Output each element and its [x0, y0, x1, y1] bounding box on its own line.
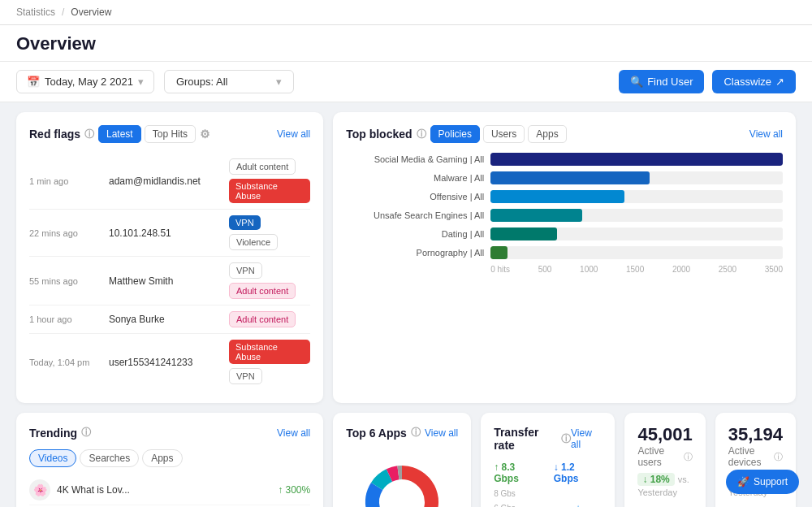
red-flags-view-all[interactable]: View all — [277, 128, 310, 140]
support-button[interactable]: 🚀 Support — [726, 470, 799, 494]
find-user-button[interactable]: 🔍 Find User — [619, 70, 704, 93]
calendar-icon: 📅 — [27, 76, 40, 88]
y-label: 6 Gbs — [494, 504, 520, 507]
tag[interactable]: VPN — [229, 215, 261, 230]
tags-cell: Substance AbuseVPN — [229, 340, 310, 384]
download-stat: ↓ 1.2 Gbps — [554, 462, 603, 484]
trend-percentage: ↑ 300% — [278, 484, 310, 496]
transfer-rate-info-icon[interactable]: ⓘ — [561, 432, 571, 446]
tag[interactable]: Adult content — [229, 311, 296, 327]
tab-latest[interactable]: Latest — [98, 125, 141, 143]
table-row: 1 min agoadam@midlandis.netAdult content… — [29, 153, 310, 210]
tag[interactable]: VPN — [229, 368, 262, 384]
tag[interactable]: Substance Abuse — [229, 340, 310, 364]
tag[interactable]: Substance Abuse — [229, 179, 310, 203]
bar-fill — [490, 246, 508, 259]
transfer-rate-view-all[interactable]: View all — [571, 427, 602, 450]
chevron-down-icon: ▾ — [138, 76, 144, 88]
groups-label: Groups: All — [176, 76, 228, 88]
bar-track — [490, 209, 783, 222]
tag[interactable]: Violence — [229, 234, 278, 250]
tab-apps[interactable]: Apps — [528, 125, 566, 143]
date-picker-button[interactable]: 📅 Today, May 2 2021 ▾ — [16, 70, 154, 93]
tab-top-hits[interactable]: Top Hits — [145, 125, 196, 143]
change-badge: ↓ 18% — [637, 473, 674, 486]
time-cell: 22 mins ago — [29, 228, 102, 238]
top-apps-header: Top 6 Apps ⓘ View all — [346, 426, 458, 440]
bar-row: Social Media & Gaming | All — [346, 153, 783, 166]
user-cell[interactable]: adam@midlandis.net — [109, 176, 222, 187]
search-icon: 🔍 — [630, 76, 643, 88]
time-cell: 1 hour ago — [29, 314, 102, 324]
bar-label: Dating | All — [346, 229, 484, 239]
tab-policies[interactable]: Policies — [430, 125, 480, 143]
bar-row: Offensive | All — [346, 190, 783, 203]
trending-tab-apps[interactable]: Apps — [142, 449, 182, 467]
trending-info-icon[interactable]: ⓘ — [81, 426, 91, 440]
red-flags-list: 1 min agoadam@midlandis.netAdult content… — [29, 153, 310, 390]
donut-chart-wrap: Youtube (35%)Google (24%)Microsoft (12%)… — [346, 449, 458, 507]
y-axis-labels: 8 Gbs6 Gbs4 Gbs2 Gbs0 Gbs — [494, 489, 520, 507]
bar-fill — [490, 190, 624, 203]
red-flags-title: Red flags ⓘ Latest Top Hits ⚙ — [29, 125, 210, 143]
top-apps-title: Top 6 Apps ⓘ — [346, 426, 421, 440]
table-row: Today, 1:04 pmuser155341241233Substance … — [29, 334, 310, 390]
user-cell[interactable]: Sonya Burke — [109, 314, 222, 325]
trending-tab-videos[interactable]: Videos — [29, 449, 76, 467]
settings-icon[interactable]: ⚙ — [200, 128, 210, 141]
bar-fill — [490, 209, 582, 222]
bar-fill — [490, 171, 649, 184]
table-row: 1 hour agoSonya BurkeAdult content — [29, 306, 310, 334]
trend-name[interactable]: 4K What is Lov... — [57, 484, 271, 496]
bar-label: Offensive | All — [346, 192, 484, 202]
transfer-rate-title: Transfer rate ⓘ — [494, 426, 571, 452]
user-cell[interactable]: user155341241233 — [109, 357, 222, 368]
top-blocked-view-all[interactable]: View all — [749, 128, 783, 140]
transfer-chart — [523, 489, 602, 507]
top-apps-view-all[interactable]: View all — [425, 427, 458, 439]
transfer-rate-header: Transfer rate ⓘ View all — [494, 426, 602, 452]
classwize-button[interactable]: Classwize ↗ — [712, 70, 796, 93]
red-flags-header: Red flags ⓘ Latest Top Hits ⚙ View all — [29, 125, 310, 143]
top-apps-card: Top 6 Apps ⓘ View all Youtube (35%)Googl… — [333, 413, 471, 507]
table-row: 22 mins ago10.101.248.51VPNViolence — [29, 210, 310, 257]
tag[interactable]: VPN — [229, 262, 262, 279]
info-icon[interactable]: ⓘ — [84, 128, 94, 141]
toolbar-actions: 🔍 Find User Classwize ↗ — [619, 70, 796, 93]
bar-track — [490, 153, 783, 166]
trending-tab-searches[interactable]: Searches — [80, 449, 139, 467]
tags-cell: VPNAdult content — [229, 262, 310, 299]
trending-title: Trending ⓘ — [29, 426, 91, 440]
top-blocked-card: Top blocked ⓘ PoliciesUsersApps View all… — [333, 112, 796, 403]
time-cell: 55 mins ago — [29, 276, 102, 286]
transfer-chart-svg-wrap — [523, 489, 602, 507]
chevron-down-icon: ▾ — [276, 76, 282, 88]
stat-change: ↓ 18%vs. Yesterday — [637, 473, 692, 498]
top-blocked-title: Top blocked ⓘ PoliciesUsersApps — [346, 125, 566, 143]
main-content: Red flags ⓘ Latest Top Hits ⚙ View all 1… — [0, 102, 812, 507]
date-label: Today, May 2 2021 — [45, 76, 133, 88]
breadcrumb: Statistics / Overview — [0, 0, 812, 25]
top-apps-info-icon[interactable]: ⓘ — [411, 426, 421, 440]
bar-fill — [490, 153, 783, 166]
breadcrumb-parent[interactable]: Statistics — [16, 6, 55, 18]
tag[interactable]: Adult content — [229, 283, 296, 299]
trending-view-all[interactable]: View all — [277, 427, 310, 439]
time-cell: Today, 1:04 pm — [29, 358, 102, 367]
trending-card: Trending ⓘ View all VideosSearchesApps 🌸… — [16, 413, 323, 507]
bar-row: Malware | All — [346, 171, 783, 184]
table-row: 55 mins agoMatthew SmithVPNAdult content — [29, 257, 310, 306]
donut-chart — [349, 449, 455, 507]
user-cell[interactable]: Matthew Smith — [109, 275, 222, 287]
transfer-rate-card: Transfer rate ⓘ View all ↑ 8.3 Gbps ↓ 1.… — [481, 413, 615, 507]
tab-users[interactable]: Users — [483, 125, 525, 143]
bottom-right-panels: Top 6 Apps ⓘ View all Youtube (35%)Googl… — [333, 413, 796, 507]
bar-label: Social Media & Gaming | All — [346, 154, 484, 164]
user-cell[interactable]: 10.101.248.51 — [109, 228, 222, 239]
top-blocked-info-icon[interactable]: ⓘ — [417, 128, 426, 141]
tag[interactable]: Adult content — [229, 158, 296, 175]
tags-cell: VPNViolence — [229, 215, 310, 250]
trending-list: 🌸4K What is Lov...↑ 300%😎THE BOSS BABY: … — [29, 475, 310, 507]
trending-tabs: VideosSearchesApps — [29, 449, 310, 467]
groups-dropdown[interactable]: Groups: All ▾ — [164, 70, 294, 93]
